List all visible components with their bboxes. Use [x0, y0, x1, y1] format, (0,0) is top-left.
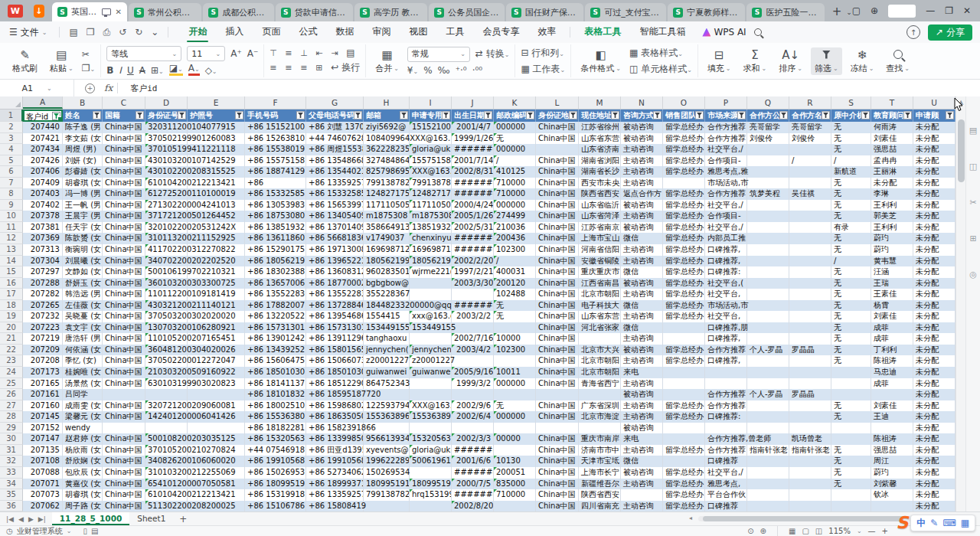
cell-P36[interactable]: 口碑推荐 [705, 501, 747, 511]
cell-N18[interactable]: 微信 [621, 300, 663, 312]
row-header-2[interactable]: 2 [0, 122, 23, 133]
upload-icon[interactable]: ↑ [906, 25, 920, 39]
cell-I25[interactable] [410, 378, 452, 390]
cell-M25[interactable]: 青海省西宁 [579, 378, 621, 390]
cell-K8[interactable]: 710000 [494, 188, 536, 200]
cell-S21[interactable]: 无 [831, 333, 871, 345]
row-header-14[interactable]: 14 [0, 256, 23, 267]
cell-F19[interactable]: +86 13220522 [245, 311, 306, 322]
cell-U20[interactable]: 未分配 [913, 322, 956, 334]
cell-U13[interactable]: 未分配 [913, 244, 956, 256]
cell-H11[interactable]: 358664913 [364, 222, 410, 234]
row-header-25[interactable]: 25 [0, 378, 23, 390]
cell-D7[interactable]: 610104200212213421 [145, 178, 188, 189]
cell-S32[interactable]: 无 [831, 456, 871, 467]
cell-D25[interactable]: 630103199903020823 [145, 378, 188, 390]
cell-F3[interactable]: +86 15263810 [245, 133, 306, 145]
cell-J14[interactable]: 2002/2/20 [452, 256, 494, 267]
cell-G35[interactable]: +86 1335925706 [306, 489, 364, 501]
cell-J24[interactable]: 2005/9/16 [452, 367, 494, 378]
cell-N36[interactable]: 主动咨询 [621, 501, 663, 511]
filter-button-T[interactable] [903, 111, 912, 119]
align-center-icon[interactable]: ≡ [285, 63, 295, 73]
percent-button[interactable]: % [423, 65, 432, 76]
wrap-button[interactable]: ↩ 换行 [331, 61, 360, 74]
cell-M2[interactable]: 江苏省徐州 [579, 122, 621, 133]
italic-button[interactable]: I [119, 65, 122, 76]
cell-H23[interactable]: z20001227 [364, 355, 410, 367]
cell-H31[interactable]: xyevents@ [364, 445, 410, 456]
cell-R36[interactable] [789, 501, 831, 511]
cell-T3[interactable]: 刘素佳 [871, 133, 913, 145]
cell-F14[interactable]: +86 18056219 [245, 256, 306, 267]
cell-K30[interactable]: 00000 [494, 433, 536, 445]
column-header-S[interactable]: S [831, 96, 871, 109]
side-rail-icon-0[interactable]: ▤ [969, 126, 977, 136]
filter-button-P[interactable] [737, 111, 746, 119]
cell-C24[interactable]: China中国 [103, 367, 145, 378]
sum-button[interactable]: Σ 求和⌄ [740, 47, 771, 75]
cell-N10[interactable]: 主动咨询 [621, 211, 663, 222]
cell-D19[interactable]: 370503200302020020 [145, 311, 188, 322]
cell-G15[interactable]: +86 1360831276 [306, 266, 364, 278]
column-header-Q[interactable]: Q [747, 96, 789, 109]
filter-button-D[interactable] [178, 111, 186, 119]
cell-U23[interactable]: 未分配 [913, 355, 956, 367]
cell-G18[interactable]: +86 1372884680 [306, 300, 364, 312]
eraser-button[interactable]: ◇⌄ [205, 65, 217, 76]
cell-K13[interactable]: 102300 [494, 244, 536, 256]
cell-P19[interactable]: 社交平台, [705, 311, 747, 322]
cell-C35[interactable]: China中国 [103, 489, 145, 501]
cell-M21[interactable] [579, 333, 621, 345]
cell-C15[interactable]: China中国 [103, 266, 145, 278]
cell-H35[interactable]: 799138782 [364, 489, 410, 501]
cell-C23[interactable]: China中国 [103, 355, 145, 367]
cell-F16[interactable]: +86 13657006 [245, 278, 306, 289]
cell-S18[interactable]: 无 [831, 300, 871, 312]
cell-L7[interactable]: China中国 [536, 178, 579, 189]
cell-T27[interactable]: 刘素佳 [871, 400, 913, 412]
cell-J32[interactable]: 2001/6/6 [452, 456, 494, 467]
cell-D22[interactable]: 360481200304020026 [145, 345, 188, 356]
cell-I20[interactable]: 153449155 [410, 322, 452, 334]
globe-icon[interactable]: ⊕ [871, 5, 878, 16]
cell-G23[interactable]: +86 1506607386 [306, 355, 364, 367]
cell-H1[interactable]: 邮箱 [364, 109, 410, 122]
cell-N5[interactable]: 主动咨询 [621, 155, 663, 167]
tab-开始[interactable]: 开始 [179, 21, 216, 43]
cell-O3[interactable]: 留学总经办 [663, 133, 705, 145]
cell-A5[interactable]: 207426 [23, 155, 63, 167]
filter-button-J[interactable] [484, 111, 492, 119]
cell-Q17[interactable] [747, 289, 789, 300]
column-header-G[interactable]: G [306, 96, 364, 109]
sheet-tab-active[interactable]: 11_28_5_1000 [52, 512, 130, 525]
cell-U30[interactable]: 未分配 [913, 433, 956, 445]
cell-G3[interactable]: +44 7460762888 [306, 133, 364, 145]
cell-S24[interactable] [831, 367, 871, 378]
cell-C13[interactable]: China中国 [103, 244, 145, 256]
cell-Q6[interactable] [747, 166, 789, 178]
cell-S30[interactable] [831, 433, 871, 445]
cell-I14[interactable]: 180562199 [410, 256, 452, 267]
cell-D34[interactable]: 654101200007050581 [145, 479, 188, 490]
cell-B1[interactable]: 姓名 [63, 109, 103, 122]
cell-B3[interactable]: 李文茹 (女 [63, 133, 103, 145]
cell-R32[interactable] [789, 456, 831, 467]
cell-K16[interactable]: 200120 [494, 278, 536, 289]
cell-R4[interactable] [789, 144, 831, 155]
cell-T36[interactable] [871, 501, 913, 511]
cell-I21[interactable] [410, 333, 452, 345]
cell-L1[interactable]: 身份证地 [536, 109, 579, 122]
cell-A13[interactable]: 207313 [23, 244, 63, 256]
cell-D21[interactable]: 110105200207165451 [145, 333, 188, 345]
cell-A11[interactable]: 207381 [23, 222, 63, 234]
cell-C25[interactable]: China中国 [103, 378, 145, 390]
cell-N3[interactable]: 被动咨询 [621, 133, 663, 145]
cell-Q18[interactable] [747, 300, 789, 312]
cell-S25[interactable] [831, 378, 871, 390]
cut-icon[interactable]: ✂ [82, 49, 95, 60]
underline-button[interactable]: U [127, 65, 134, 76]
cell-U10[interactable]: 未分配 [913, 211, 956, 222]
cell-Q19[interactable] [747, 311, 789, 322]
cell-U33[interactable]: 未分配 [913, 467, 956, 479]
